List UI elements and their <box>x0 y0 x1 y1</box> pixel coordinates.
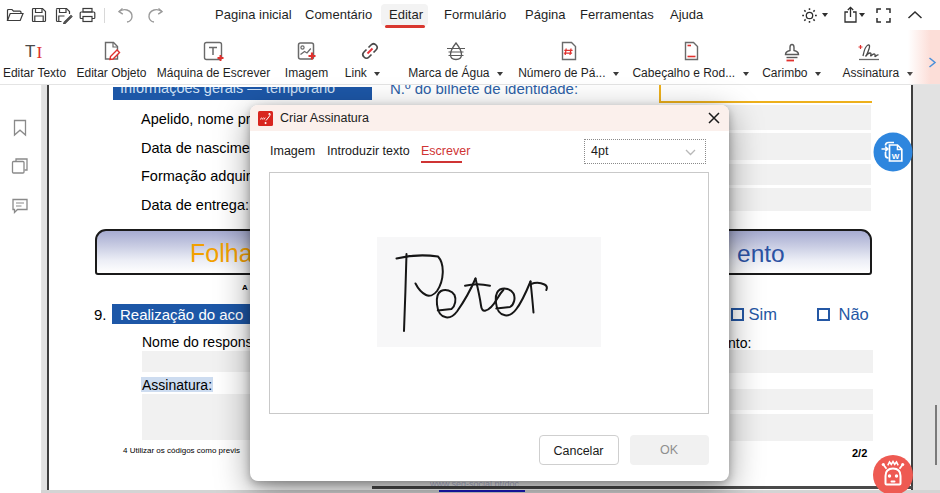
svg-text:W: W <box>892 152 900 161</box>
svg-text:T: T <box>25 42 35 61</box>
svg-text:I: I <box>36 42 42 62</box>
